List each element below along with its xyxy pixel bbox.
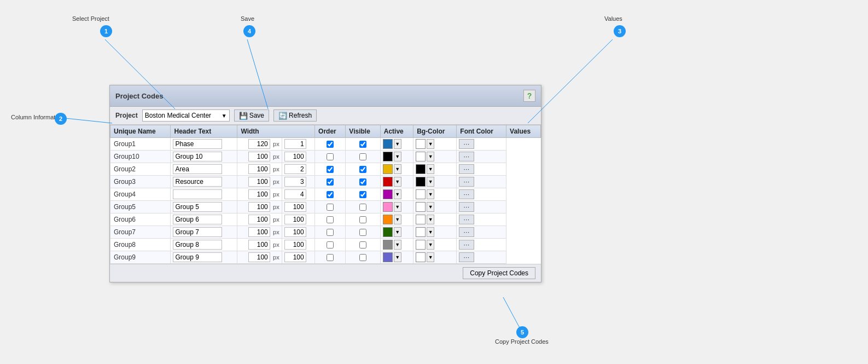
visible-checkbox[interactable] [327, 166, 334, 173]
annotation-label-1: Select Project [72, 15, 109, 22]
header-text-input[interactable] [173, 164, 222, 174]
font-color-dropdown[interactable]: ▼ [427, 139, 434, 149]
bg-color-dropdown[interactable]: ▼ [394, 177, 401, 187]
font-color-dropdown[interactable]: ▼ [427, 227, 434, 237]
toolbar: Project Boston Medical Center ▼ 💾 Save 🔄… [110, 107, 541, 125]
help-button[interactable]: ? [523, 90, 535, 102]
bg-color-dropdown[interactable]: ▼ [394, 202, 401, 212]
active-checkbox[interactable] [359, 204, 366, 211]
active-checkbox[interactable] [359, 229, 366, 236]
bg-color-dropdown[interactable]: ▼ [394, 227, 401, 237]
header-text-input[interactable] [173, 227, 222, 237]
cell-font-color: ▼ [413, 188, 457, 201]
font-color-dropdown[interactable]: ▼ [427, 240, 434, 250]
values-button[interactable]: ··· [459, 240, 474, 250]
order-input[interactable] [284, 240, 306, 250]
width-input[interactable] [248, 227, 270, 237]
header-text-input[interactable] [173, 240, 222, 250]
visible-checkbox[interactable] [327, 241, 334, 249]
bg-color-dropdown[interactable]: ▼ [394, 215, 401, 224]
cell-visible [315, 163, 346, 176]
order-input[interactable] [284, 152, 306, 161]
font-color-dropdown[interactable]: ▼ [427, 215, 434, 224]
order-input[interactable] [284, 227, 306, 237]
font-color-dropdown[interactable]: ▼ [427, 177, 434, 187]
project-select-arrow-icon: ▼ [219, 113, 227, 119]
cell-font-color: ▼ [413, 138, 457, 151]
visible-checkbox[interactable] [327, 141, 334, 148]
cell-width: px [237, 226, 282, 239]
order-input[interactable] [284, 202, 306, 212]
order-input[interactable] [284, 252, 306, 262]
order-input[interactable] [284, 139, 306, 149]
refresh-button[interactable]: 🔄 Refresh [273, 109, 317, 122]
active-checkbox[interactable] [359, 178, 366, 186]
bg-color-swatch [383, 215, 393, 224]
font-color-dropdown[interactable]: ▼ [427, 189, 434, 199]
save-button[interactable]: 💾 Save [234, 109, 269, 122]
width-input[interactable] [248, 139, 270, 149]
active-checkbox[interactable] [359, 141, 366, 148]
cell-values: ··· [457, 226, 506, 239]
annotation-bubble-3: 3 [614, 25, 626, 37]
visible-checkbox[interactable] [327, 204, 334, 211]
copy-project-codes-button[interactable]: Copy Project Codes [463, 267, 535, 279]
values-button[interactable]: ··· [459, 215, 474, 224]
width-input[interactable] [248, 215, 270, 224]
header-text-input[interactable] [173, 252, 222, 262]
bg-color-dropdown[interactable]: ▼ [394, 164, 401, 174]
header-text-input[interactable] [173, 139, 222, 149]
font-color-dropdown[interactable]: ▼ [427, 252, 434, 262]
bg-color-dropdown[interactable]: ▼ [394, 252, 401, 262]
active-checkbox[interactable] [359, 216, 366, 223]
header-text-input[interactable] [173, 202, 222, 212]
bg-color-dropdown[interactable]: ▼ [394, 152, 401, 161]
values-button[interactable]: ··· [459, 252, 474, 262]
width-input[interactable] [248, 152, 270, 161]
order-input[interactable] [284, 189, 306, 199]
values-button[interactable]: ··· [459, 152, 474, 161]
width-input[interactable] [248, 202, 270, 212]
order-input[interactable] [284, 164, 306, 174]
visible-checkbox[interactable] [327, 254, 334, 261]
bg-color-dropdown[interactable]: ▼ [394, 139, 401, 149]
values-button[interactable]: ··· [459, 227, 474, 237]
header-text-input[interactable] [173, 189, 222, 199]
active-checkbox[interactable] [359, 241, 366, 249]
order-input[interactable] [284, 215, 306, 224]
active-checkbox[interactable] [359, 166, 366, 173]
width-input[interactable] [248, 177, 270, 187]
values-button[interactable]: ··· [459, 202, 474, 212]
header-text-input[interactable] [173, 152, 222, 161]
bg-color-dropdown[interactable]: ▼ [394, 240, 401, 250]
cell-width: px [237, 213, 282, 226]
active-checkbox[interactable] [359, 153, 366, 160]
values-button[interactable]: ··· [459, 164, 474, 174]
font-color-dropdown[interactable]: ▼ [427, 152, 434, 161]
table-container: Unique Name Header Text Width Order Visi… [110, 125, 541, 264]
project-select[interactable]: Boston Medical Center ▼ [142, 109, 230, 122]
font-color-dropdown[interactable]: ▼ [427, 164, 434, 174]
width-input[interactable] [248, 252, 270, 262]
values-button[interactable]: ··· [459, 177, 474, 187]
cell-unique-name: Group9 [110, 251, 171, 264]
active-checkbox[interactable] [359, 191, 366, 198]
values-button[interactable]: ··· [459, 189, 474, 199]
visible-checkbox[interactable] [327, 191, 334, 198]
header-text-input[interactable] [173, 215, 222, 224]
values-button[interactable]: ··· [459, 139, 474, 149]
width-input[interactable] [248, 240, 270, 250]
cell-values: ··· [457, 151, 506, 163]
width-input[interactable] [248, 164, 270, 174]
header-text-input[interactable] [173, 177, 222, 187]
font-color-dropdown[interactable]: ▼ [427, 202, 434, 212]
active-checkbox[interactable] [359, 254, 366, 261]
col-header-unique-name: Unique Name [110, 125, 171, 138]
bg-color-dropdown[interactable]: ▼ [394, 189, 401, 199]
order-input[interactable] [284, 177, 306, 187]
visible-checkbox[interactable] [327, 229, 334, 236]
width-input[interactable] [248, 189, 270, 199]
visible-checkbox[interactable] [327, 178, 334, 186]
visible-checkbox[interactable] [327, 216, 334, 223]
visible-checkbox[interactable] [327, 153, 334, 160]
